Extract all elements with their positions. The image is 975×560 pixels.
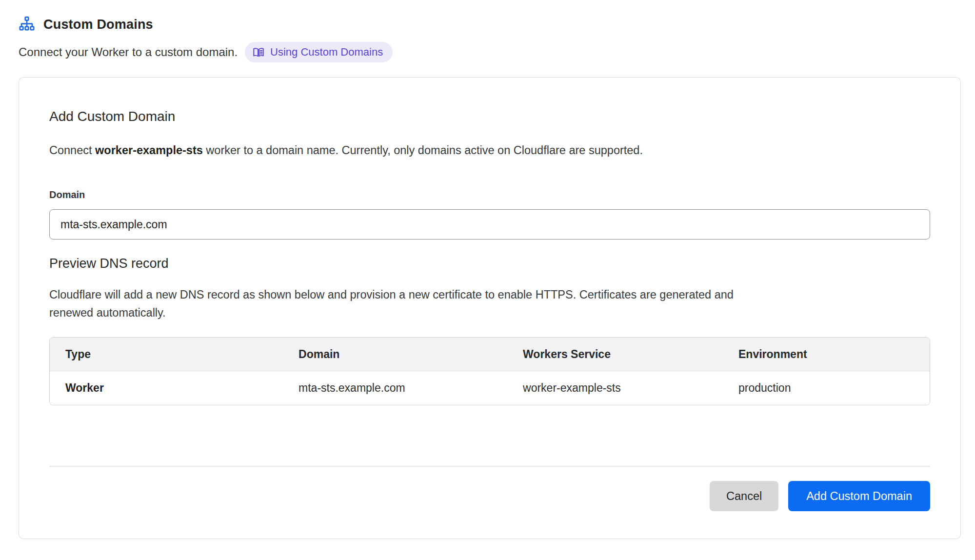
table-header-workers-service: Workers Service bbox=[507, 348, 723, 361]
dns-preview-table: Type Domain Workers Service Environment … bbox=[49, 337, 930, 405]
domain-input[interactable] bbox=[49, 209, 930, 240]
page-subtitle: Connect your Worker to a custom domain. bbox=[19, 45, 238, 59]
preview-dns-description: Cloudflare will add a new DNS record as … bbox=[49, 286, 776, 322]
card-heading: Add Custom Domain bbox=[49, 109, 930, 124]
worker-name: worker-example-sts bbox=[95, 144, 203, 157]
open-book-icon bbox=[252, 46, 265, 59]
cell-domain: mta-sts.example.com bbox=[283, 381, 507, 395]
preview-dns-heading: Preview DNS record bbox=[49, 256, 930, 271]
card-intro: Connect worker-example-sts worker to a d… bbox=[49, 142, 930, 158]
docs-link-label: Using Custom Domains bbox=[270, 46, 383, 59]
cell-environment: production bbox=[723, 381, 930, 395]
table-header-domain: Domain bbox=[283, 348, 507, 361]
page-title: Custom Domains bbox=[43, 17, 153, 32]
intro-suffix: worker to a domain name. Currently, only… bbox=[203, 144, 643, 157]
cell-workers-service: worker-example-sts bbox=[507, 381, 723, 395]
page-header: Custom Domains bbox=[19, 16, 961, 33]
cancel-button[interactable]: Cancel bbox=[710, 481, 778, 511]
page-subheader: Connect your Worker to a custom domain. … bbox=[19, 42, 961, 62]
domain-field-label: Domain bbox=[49, 189, 930, 200]
custom-domains-page: Custom Domains Connect your Worker to a … bbox=[0, 0, 975, 539]
sitemap-icon bbox=[19, 16, 35, 33]
add-custom-domain-card: Add Custom Domain Connect worker-example… bbox=[19, 77, 961, 539]
card-actions: Cancel Add Custom Domain bbox=[49, 481, 930, 511]
footer-divider bbox=[49, 466, 930, 467]
docs-link-using-custom-domains[interactable]: Using Custom Domains bbox=[245, 42, 393, 62]
table-header-environment: Environment bbox=[723, 348, 930, 361]
cell-type: Worker bbox=[50, 381, 283, 395]
table-row: Worker mta-sts.example.com worker-exampl… bbox=[50, 371, 930, 405]
add-custom-domain-button[interactable]: Add Custom Domain bbox=[788, 481, 930, 511]
table-header-type: Type bbox=[50, 348, 283, 361]
intro-prefix: Connect bbox=[49, 144, 95, 157]
table-header-row: Type Domain Workers Service Environment bbox=[50, 338, 930, 371]
